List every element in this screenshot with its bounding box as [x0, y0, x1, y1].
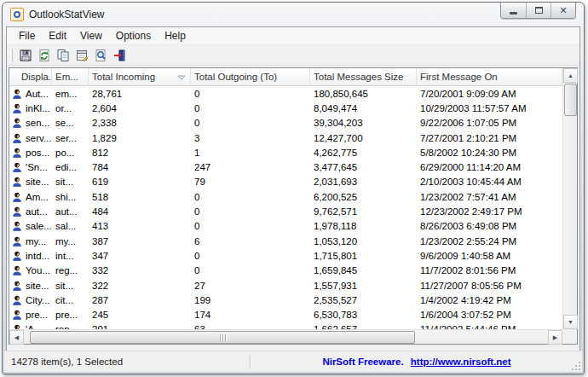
menu-edit[interactable]: Edit [42, 28, 73, 44]
properties-button[interactable] [72, 47, 91, 64]
first-message-on-cell: 6/29/2000 11:14:20 AM [417, 162, 562, 172]
horizontal-scrollbar[interactable]: ◀ ▶ [9, 329, 562, 344]
table-row[interactable]: 'A.... ren... 201 63 1,662,657 11/4/2002… [9, 322, 562, 329]
title-bar[interactable]: OutlookStatView [3, 3, 584, 26]
save-button[interactable] [16, 47, 35, 64]
column-header-display-name[interactable]: Displa... [9, 68, 52, 85]
nirsoft-credit: NirSoft Freeware. http://www.nirsoft.net [251, 357, 582, 367]
maximize-button[interactable] [526, 3, 551, 18]
total-outgoing-cell: 0 [191, 118, 310, 128]
table-row[interactable]: my... my... 387 6 1,053,120 1/23/2002 2:… [9, 234, 562, 248]
total-messages-size-cell: 180,850,645 [310, 89, 417, 99]
menu-options[interactable]: Options [109, 28, 158, 44]
table-row[interactable]: pos... po... 812 1 4,262,775 5/8/2002 10… [9, 145, 562, 160]
status-bar: 14278 item(s), 1 Selected NirSoft Freewa… [4, 351, 582, 372]
scroll-right-button[interactable]: ▶ [548, 330, 562, 345]
display-name-cell: inKl... [26, 103, 50, 113]
table-row[interactable]: Am... shi... 518 0 6,200,525 1/23/2002 7… [9, 189, 562, 204]
total-messages-size-cell: 1,659,845 [310, 265, 417, 276]
table-row[interactable]: site... sit... 322 27 1,557,931 11/27/20… [9, 278, 562, 293]
table-row[interactable]: site... sit... 619 79 2,031,693 2/10/200… [9, 175, 562, 189]
first-message-on-cell: 9/22/2006 1:07:05 PM [417, 118, 562, 128]
column-header-total-incoming[interactable]: Total Incoming [89, 68, 191, 85]
table-row[interactable]: sen... se... 2,338 0 39,304,203 9/22/200… [9, 116, 562, 130]
total-outgoing-cell: 1 [191, 148, 310, 158]
menu-help[interactable]: Help [158, 28, 193, 44]
total-outgoing-cell: 199 [191, 295, 310, 305]
total-incoming-cell: 619 [89, 177, 191, 187]
email-cell: pre... [52, 310, 89, 320]
table-row[interactable]: Aut... em... 28,761 0 180,850,645 7/20/2… [9, 86, 562, 101]
column-header-total-messages-size[interactable]: Total Messages Size [310, 68, 417, 85]
display-name-cell: my... [26, 236, 46, 246]
app-icon [10, 8, 24, 21]
column-header-first-message-on[interactable]: First Message On [417, 68, 562, 85]
horizontal-scroll-thumb[interactable] [30, 331, 415, 344]
table-row[interactable]: City... cit... 287 199 2,535,527 1/4/200… [9, 293, 562, 307]
contact-icon [12, 162, 22, 172]
total-outgoing-cell: 6 [191, 236, 310, 246]
toolbar-gripper [10, 49, 13, 62]
table-row[interactable]: intd... int... 347 0 1,715,801 9/6/2009 … [9, 248, 562, 263]
table-row[interactable]: 'Sn... edi... 784 247 3,477,645 6/29/200… [9, 160, 562, 174]
table-row[interactable]: You... reg... 332 0 1,659,845 11/7/2002 … [9, 264, 562, 278]
table-row[interactable]: inKl... or... 2,604 0 8,049,474 10/29/20… [9, 101, 562, 115]
contact-icon [12, 118, 22, 128]
total-outgoing-cell: 174 [191, 310, 310, 320]
menu-file[interactable]: File [12, 28, 42, 44]
contact-icon [12, 251, 22, 261]
column-header-total-outgoing[interactable]: Total Outgoing (To) [191, 68, 310, 85]
find-button[interactable] [91, 47, 110, 64]
total-outgoing-cell: 0 [191, 221, 310, 231]
find-icon [94, 49, 107, 62]
minimize-button[interactable] [501, 3, 526, 18]
total-messages-size-cell: 39,304,203 [310, 118, 417, 128]
first-message-on-cell: 2/10/2003 10:45:44 AM [417, 177, 562, 187]
total-incoming-cell: 413 [89, 221, 191, 231]
close-button[interactable]: ✕ [551, 3, 575, 18]
vertical-scroll-thumb[interactable] [564, 84, 577, 116]
total-messages-size-cell: 12,427,700 [310, 133, 417, 143]
close-icon: ✕ [559, 6, 567, 15]
display-name-cell: 'Sn... [26, 162, 48, 172]
exit-button[interactable] [110, 47, 129, 64]
total-incoming-cell: 332 [89, 265, 191, 276]
menu-view[interactable]: View [73, 28, 109, 44]
scroll-left-button[interactable]: ◀ [9, 330, 24, 345]
table-row[interactable]: serv... ser... 1,829 3 12,427,700 7/27/2… [9, 130, 562, 145]
email-cell: int... [52, 251, 89, 261]
total-incoming-cell: 484 [89, 206, 191, 217]
first-message-on-cell: 1/4/2002 4:19:42 PM [417, 295, 562, 305]
sort-descending-icon [177, 72, 186, 82]
copy-button[interactable] [54, 47, 72, 64]
email-cell: sit... [52, 281, 89, 291]
table-row[interactable]: aut... aut... 484 0 9,762,571 12/23/2002… [9, 204, 562, 218]
table-row[interactable]: sale... sal... 413 0 1,978,118 8/26/2003… [9, 219, 562, 234]
total-messages-size-cell: 1,715,801 [310, 251, 417, 261]
nirsoft-url-link[interactable]: http://www.nirsoft.net [411, 357, 511, 367]
vertical-scrollbar[interactable]: ▲ ▼ [562, 68, 577, 329]
email-cell: my... [52, 236, 89, 246]
total-incoming-cell: 387 [89, 236, 191, 246]
email-cell: shi... [52, 192, 89, 202]
email-cell: edi... [52, 162, 89, 172]
total-incoming-cell: 322 [89, 281, 191, 291]
table-row[interactable]: pre... pre... 245 174 6,530,783 1/6/2004… [9, 307, 562, 322]
total-messages-size-cell: 1,053,120 [310, 236, 417, 246]
left-arrow-icon: ◀ [14, 334, 19, 340]
display-name-cell: Aut... [26, 89, 49, 99]
display-name-cell: Am... [26, 192, 49, 202]
total-messages-size-cell: 1,557,931 [310, 281, 417, 291]
total-outgoing-cell: 3 [191, 133, 310, 143]
resize-grip[interactable] [572, 362, 580, 370]
up-arrow-icon: ▲ [568, 72, 574, 78]
column-header-email[interactable]: Em... [52, 68, 89, 85]
contacts-table: Displa... Em... Total Incoming Total Out… [9, 67, 578, 345]
scroll-up-button[interactable]: ▲ [563, 68, 578, 83]
minimize-icon [510, 12, 517, 14]
refresh-button[interactable] [35, 47, 54, 64]
right-arrow-icon: ▶ [553, 334, 557, 340]
scroll-down-button[interactable]: ▼ [563, 315, 578, 329]
display-name-cell: serv... [26, 133, 51, 143]
total-incoming-cell: 347 [89, 251, 191, 261]
